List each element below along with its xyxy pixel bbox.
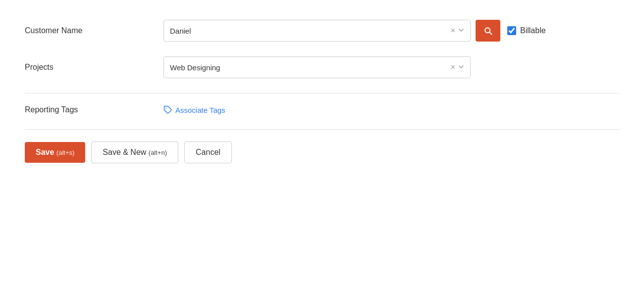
reporting-tags-label: Reporting Tags: [25, 105, 163, 114]
projects-select[interactable]: Web Designing ×: [163, 56, 471, 78]
search-icon: [483, 26, 493, 36]
projects-label: Projects: [25, 63, 163, 72]
save-button[interactable]: Save (alt+s): [25, 142, 85, 163]
save-new-button[interactable]: Save & New (alt+n): [91, 142, 178, 163]
customer-name-controls: Daniel × Billable: [163, 20, 546, 42]
cancel-button[interactable]: Cancel: [184, 142, 232, 163]
cancel-label: Cancel: [196, 148, 220, 156]
divider-1: [25, 93, 619, 94]
billable-checkbox[interactable]: [507, 26, 516, 35]
projects-value: Web Designing: [170, 63, 451, 72]
clear-projects-icon[interactable]: ×: [451, 63, 455, 72]
buttons-row: Save (alt+s) Save & New (alt+n) Cancel: [25, 142, 619, 163]
billable-label: Billable: [520, 26, 546, 35]
save-new-label: Save & New: [103, 148, 146, 156]
clear-customer-icon[interactable]: ×: [451, 26, 455, 35]
projects-select-controls: ×: [451, 63, 464, 72]
divider-2: [25, 129, 619, 130]
tag-icon: [163, 105, 172, 114]
customer-name-row: Customer Name Daniel ×: [25, 20, 619, 42]
chevron-down-customer-icon[interactable]: [458, 26, 464, 35]
billable-group: Billable: [507, 26, 546, 35]
customer-name-label: Customer Name: [25, 26, 163, 35]
save-shortcut: (alt+s): [56, 149, 74, 156]
customer-name-select[interactable]: Daniel ×: [163, 20, 471, 42]
customer-name-value: Daniel: [170, 27, 451, 35]
search-button[interactable]: [476, 20, 500, 42]
associate-tags-link[interactable]: Associate Tags: [163, 105, 225, 114]
reporting-tags-row: Reporting Tags Associate Tags: [25, 105, 619, 114]
chevron-down-projects-icon[interactable]: [458, 63, 464, 72]
projects-row: Projects Web Designing ×: [25, 56, 619, 78]
projects-controls: Web Designing ×: [163, 56, 471, 78]
associate-tags-text: Associate Tags: [175, 106, 225, 114]
form-container: Customer Name Daniel ×: [25, 20, 619, 163]
customer-name-select-controls: ×: [451, 26, 464, 35]
save-new-shortcut: (alt+n): [149, 149, 167, 156]
save-label: Save: [36, 148, 54, 156]
